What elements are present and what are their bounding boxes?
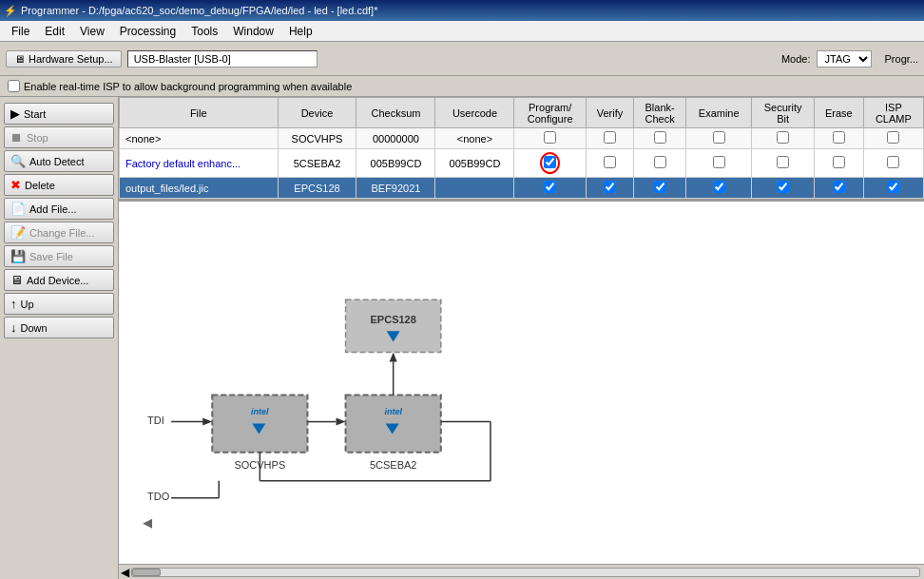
table-row[interactable]: output_files/led.jic EPCS128 BEF92021 [120,178,924,199]
add-file-icon: 📄 [10,202,26,216]
save-file-label: Save File [29,251,73,262]
hardware-setup-button[interactable]: 🖥 Hardware Setup... [6,50,122,68]
col-program: Program/Configure [514,98,586,128]
cb-erase[interactable] [833,156,845,168]
cb-isp[interactable] [887,156,899,168]
cb-blank[interactable] [654,156,666,168]
cell-file: Factory default enhanc... [120,149,279,178]
cb-verify[interactable] [604,181,616,193]
cb-program[interactable] [544,131,556,144]
cb-security[interactable] [777,156,789,168]
cb-examine[interactable] [713,181,725,193]
menu-view[interactable]: View [72,23,112,40]
col-examine: Examine [686,98,752,128]
cell-usercode: <none> [435,128,514,149]
add-device-button[interactable]: 🖥 Add Device... [4,269,114,291]
cb-verify[interactable] [604,156,616,168]
stop-button[interactable]: ⏹ Stop [4,126,114,148]
cell-security[interactable] [752,178,815,199]
cb-erase[interactable] [833,131,845,144]
cell-erase[interactable] [814,149,863,178]
start-icon: ▶ [10,106,20,121]
add-file-button[interactable]: 📄 Add File... [4,198,114,220]
start-button[interactable]: ▶ Start [4,103,114,125]
cb-examine[interactable] [713,156,725,168]
down-button[interactable]: ↓ Down [4,317,114,338]
hw-setup-label: Hardware Setup... [29,53,113,65]
cb-security[interactable] [777,131,789,144]
save-file-button[interactable]: 💾 Save File [4,245,114,267]
cell-examine[interactable] [686,128,752,149]
cell-examine[interactable] [686,178,752,199]
add-device-label: Add Device... [27,275,88,286]
col-security: SecurityBit [752,98,815,128]
cb-program[interactable] [544,156,556,168]
cb-blank[interactable] [654,131,666,144]
scroll-left-arrow [143,519,152,529]
down-label: Down [21,322,48,334]
diagram-section: TDI intel SOCVHPS intel 5 [119,202,924,579]
cell-file: output_files/led.jic [120,178,279,199]
isp-checkbox[interactable] [8,80,20,92]
cell-examine[interactable] [686,149,752,178]
cell-security[interactable] [752,128,815,149]
add-device-icon: 🖥 [10,273,23,287]
main-container: 🖥 Hardware Setup... USB-Blaster [USB-0] … [0,42,924,579]
menu-window[interactable]: Window [225,23,281,40]
cell-blank[interactable] [634,178,686,199]
title-text: Programmer - D:/fpga/ac620_soc/demo_debu… [21,5,377,16]
cell-security[interactable] [752,149,815,178]
scroll-thumb[interactable] [132,569,161,576]
change-file-button[interactable]: 📝 Change File... [4,222,114,243]
scroll-track [131,568,920,577]
cell-program[interactable] [514,128,586,149]
cb-examine[interactable] [713,131,725,144]
cb-security[interactable] [777,181,789,193]
cb-blank[interactable] [654,181,666,193]
cell-blank[interactable] [634,149,686,178]
app-icon: ⚡ [4,5,17,17]
cb-verify[interactable] [604,131,616,144]
cb-isp[interactable] [887,181,899,193]
stop-icon: ⏹ [10,130,23,145]
cell-isp[interactable] [863,128,923,149]
menu-tools[interactable]: Tools [183,23,225,40]
cell-isp[interactable] [863,178,923,199]
auto-detect-icon: 🔍 [10,154,26,168]
cell-isp[interactable] [863,149,923,178]
cell-file: <none> [120,128,279,149]
cb-program[interactable] [544,181,556,193]
scroll-left-btn[interactable]: ◀ [121,566,129,579]
cell-erase[interactable] [814,128,863,149]
arrow1-head [337,418,346,426]
cell-erase[interactable] [814,178,863,199]
cell-verify[interactable] [586,128,633,149]
cell-program[interactable] [514,178,586,199]
cell-verify[interactable] [586,178,633,199]
menu-file[interactable]: File [4,23,37,40]
cell-checksum: 00000000 [356,128,435,149]
auto-detect-button[interactable]: 🔍 Auto Detect [4,150,114,172]
cell-program[interactable] [514,149,586,178]
epcs128-name: EPCS128 [370,314,415,325]
program-table: File Device Checksum Usercode Program/Co… [119,97,924,199]
table-section: File Device Checksum Usercode Program/Co… [119,97,924,202]
col-verify: Verify [586,98,633,128]
col-erase: Erase [814,98,863,128]
up-button[interactable]: ↑ Up [4,293,114,315]
down-icon: ↓ [10,320,17,335]
cell-verify[interactable] [586,149,633,178]
start-label: Start [24,108,46,120]
title-bar: ⚡ Programmer - D:/fpga/ac620_soc/demo_de… [0,0,924,21]
menu-processing[interactable]: Processing [112,23,183,40]
mode-select[interactable]: JTAG [817,50,872,68]
cb-erase[interactable] [833,181,845,193]
cell-blank[interactable] [634,128,686,149]
socvhps-intel-logo: intel [251,407,269,416]
menu-edit[interactable]: Edit [37,23,72,40]
menu-help[interactable]: Help [281,23,320,40]
table-row[interactable]: <none> SOCVHPS 00000000 <none> [120,128,924,149]
cb-isp[interactable] [887,131,899,144]
table-row[interactable]: Factory default enhanc... 5CSEBA2 005B99… [120,149,924,178]
delete-button[interactable]: ✖ Delete [4,174,114,196]
